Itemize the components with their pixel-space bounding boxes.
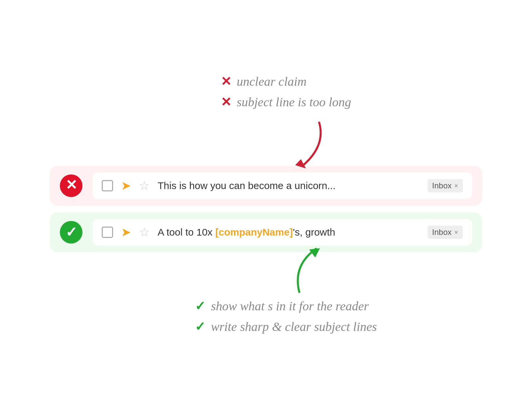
good-checkbox[interactable] — [102, 227, 113, 238]
bad-email-row[interactable]: ➤ ☆ This is how you can become a unicorn… — [92, 172, 472, 199]
bad-annotation-1: ✕ unclear claim — [221, 74, 307, 89]
good-subject-after: 's, growth — [293, 227, 335, 238]
bad-annotation-text-1: unclear claim — [237, 74, 307, 89]
x-icon-2: ✕ — [221, 96, 231, 108]
good-annotation-2: ✓ write sharp & clear subject lines — [195, 319, 377, 334]
email-cards-wrapper: ✕ ➤ ☆ This is how you can become a unico… — [50, 166, 482, 252]
check-icon-1: ✓ — [195, 299, 205, 313]
bad-inbox-close[interactable]: × — [454, 182, 458, 190]
green-arrow-container — [266, 246, 332, 295]
bad-star-icon[interactable]: ☆ — [139, 179, 150, 193]
good-inbox-close[interactable]: × — [454, 229, 458, 236]
good-chevron-icon: ➤ — [121, 225, 131, 239]
good-annotation-text-2: write sharp & clear subject lines — [211, 319, 377, 334]
bad-x-mark: ✕ — [66, 178, 77, 192]
bad-inbox-badge[interactable]: Inbox × — [428, 179, 463, 192]
check-icon-2: ✓ — [195, 319, 205, 334]
bad-chevron-icon: ➤ — [121, 179, 131, 193]
good-subject-before: A tool to 10x — [158, 227, 215, 238]
good-annotation-text-1: show what s in it for the reader — [211, 299, 369, 313]
bad-email-card: ✕ ➤ ☆ This is how you can become a unico… — [50, 166, 482, 206]
bottom-annotations: ✓ show what s in it for the reader ✓ wri… — [195, 299, 377, 334]
good-star-icon[interactable]: ☆ — [139, 225, 150, 239]
good-email-subject: A tool to 10x [companyName]'s, growth — [158, 227, 420, 238]
bad-email-subject: This is how you can become a unicorn... — [158, 180, 420, 191]
good-inbox-label: Inbox — [432, 228, 452, 237]
red-arrow-container — [273, 119, 339, 172]
bad-inbox-label: Inbox — [432, 181, 452, 190]
good-subject-highlight: [companyName] — [215, 227, 293, 238]
bad-annotation-2: ✕ subject line is too long — [221, 95, 351, 109]
green-arrow-icon — [266, 246, 339, 295]
good-annotation-1: ✓ show what s in it for the reader — [195, 299, 369, 313]
bad-status-icon: ✕ — [60, 174, 82, 197]
top-annotations: ✕ unclear claim ✕ subject line is too lo… — [221, 74, 351, 109]
bad-checkbox[interactable] — [102, 180, 113, 191]
good-inbox-badge[interactable]: Inbox × — [428, 226, 463, 239]
x-icon-1: ✕ — [221, 75, 231, 88]
good-check-mark: ✓ — [66, 225, 77, 239]
good-email-row[interactable]: ➤ ☆ A tool to 10x [companyName]'s, growt… — [92, 219, 472, 246]
main-container: ✕ unclear claim ✕ subject line is too lo… — [0, 0, 532, 408]
bad-annotation-text-2: subject line is too long — [237, 95, 351, 109]
red-arrow-icon — [273, 119, 339, 172]
good-status-icon: ✓ — [60, 221, 82, 244]
